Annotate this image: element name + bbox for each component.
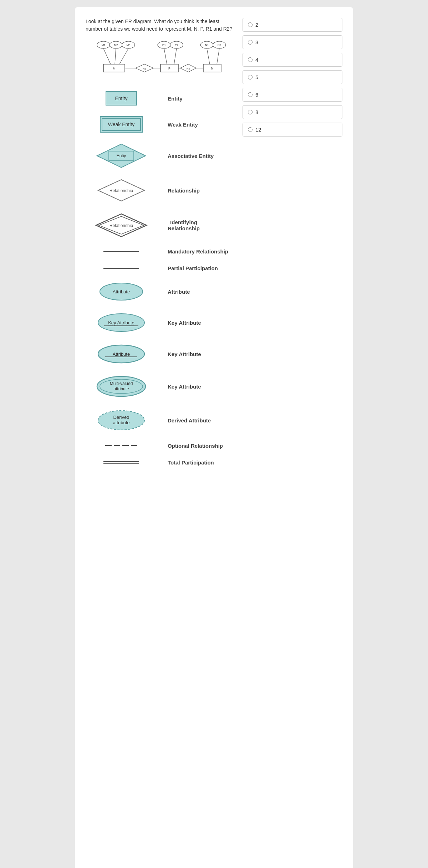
relationship-svg: Relationship xyxy=(96,179,146,202)
svg-text:attribute: attribute xyxy=(113,386,129,391)
key-attribute-svg: Key Attribute xyxy=(95,312,148,333)
option-4[interactable]: 4 xyxy=(243,53,342,67)
radio-5[interactable] xyxy=(248,75,253,79)
right-panel: 2 3 4 5 6 8 12 xyxy=(243,18,342,476)
total-label: Total Participation xyxy=(168,459,214,466)
svg-text:Relationship: Relationship xyxy=(109,188,133,193)
svg-text:P: P xyxy=(168,67,170,70)
option-2[interactable]: 2 xyxy=(243,18,342,32)
option-6-label: 6 xyxy=(255,92,258,98)
svg-text:Attribute: Attribute xyxy=(113,289,130,294)
svg-text:Derived: Derived xyxy=(113,415,129,420)
dash2 xyxy=(114,445,120,446)
legend-item-attribute: Attribute Attribute xyxy=(86,282,235,302)
key-attribute2-symbol: Attribute xyxy=(86,344,157,364)
derived-symbol: Derived attribute xyxy=(86,409,157,432)
identifying-relationship-symbol: Relationship xyxy=(86,213,157,238)
radio-4[interactable] xyxy=(248,57,253,62)
weak-entity-label: Weak Entity xyxy=(168,122,198,128)
page: Look at the given ER diagram. What do yo… xyxy=(75,7,353,868)
svg-line-6 xyxy=(103,48,111,64)
svg-text:M2: M2 xyxy=(114,43,118,47)
partial-line xyxy=(103,268,139,269)
legend-item-weak-entity: Weak Entity Weak Entity xyxy=(86,116,235,133)
svg-line-30 xyxy=(207,48,210,64)
total-symbol xyxy=(86,461,157,464)
weak-entity-symbol: Weak Entity xyxy=(86,116,157,133)
option-8[interactable]: 8 xyxy=(243,105,342,119)
relationship-symbol: Relationship xyxy=(86,179,157,202)
svg-text:M3: M3 xyxy=(126,43,131,47)
relationship-label: Relationship xyxy=(168,188,200,194)
option-3-label: 3 xyxy=(255,39,258,45)
identifying-relationship-svg: Relationship xyxy=(95,213,148,238)
legend-item-entity: Entity Entity xyxy=(86,91,235,106)
attribute-label: Attribute xyxy=(168,289,190,295)
legend-item-identifying-relationship: Relationship IdentifyingRelationship xyxy=(86,213,235,238)
dash3 xyxy=(122,445,129,446)
option-3[interactable]: 3 xyxy=(243,35,342,49)
svg-text:Multi-valued: Multi-valued xyxy=(109,381,133,386)
svg-line-7 xyxy=(115,48,116,64)
total-line-1 xyxy=(103,461,139,462)
svg-line-31 xyxy=(217,48,219,64)
attribute-symbol: Attribute xyxy=(86,282,157,302)
legend-item-optional: Optional Relationship xyxy=(86,443,235,449)
svg-text:N: N xyxy=(211,67,214,70)
svg-text:Entiy: Entiy xyxy=(117,153,126,158)
total-line-2 xyxy=(103,463,139,464)
key-attribute-label: Key Attribute xyxy=(168,320,201,326)
option-12-label: 12 xyxy=(255,127,261,133)
legend-item-mandatory: Mandatory Relationship xyxy=(86,248,235,255)
key-attribute-symbol: Key Attribute xyxy=(86,312,157,333)
svg-line-19 xyxy=(174,48,177,64)
derived-label: Derived Attribute xyxy=(168,417,211,423)
entity-label: Entity xyxy=(168,96,183,102)
radio-2[interactable] xyxy=(248,22,253,27)
legend-item-multi-valued: Multi-valued attribute Key Attribute xyxy=(86,375,235,398)
multi-valued-svg: Multi-valued attribute xyxy=(94,375,149,398)
option-8-label: 8 xyxy=(255,109,258,115)
derived-svg: Derived attribute xyxy=(95,409,148,432)
legend-item-partial: Partial Participation xyxy=(86,265,235,271)
svg-text:Attribute: Attribute xyxy=(113,351,130,357)
multi-valued-label: Key Attribute xyxy=(168,384,201,390)
option-2-label: 2 xyxy=(255,22,258,28)
optional-label: Optional Relationship xyxy=(168,443,223,449)
dash1 xyxy=(105,445,112,446)
multi-valued-symbol: Multi-valued attribute xyxy=(86,375,157,398)
weak-entity-inner: Weak Entity xyxy=(102,118,141,131)
option-5-label: 5 xyxy=(255,74,258,80)
legend-section: Entity Entity Weak Entity Weak Entity xyxy=(86,91,235,466)
radio-3[interactable] xyxy=(248,40,253,45)
svg-text:N1: N1 xyxy=(205,43,209,47)
option-12[interactable]: 12 xyxy=(243,123,342,137)
radio-8[interactable] xyxy=(248,110,253,114)
key-attribute2-svg: Attribute xyxy=(95,344,148,364)
left-panel: Look at the given ER diagram. What do yo… xyxy=(86,18,235,476)
svg-line-18 xyxy=(164,48,167,64)
mandatory-label: Mandatory Relationship xyxy=(168,248,228,255)
mandatory-symbol xyxy=(86,251,157,252)
option-4-label: 4 xyxy=(255,57,258,63)
option-6[interactable]: 6 xyxy=(243,88,342,102)
attribute-svg: Attribute xyxy=(96,282,146,302)
question-text: Look at the given ER diagram. What do yo… xyxy=(86,18,235,33)
mandatory-line xyxy=(103,251,139,252)
entity-box: Entity xyxy=(106,91,137,106)
partial-label: Partial Participation xyxy=(168,265,218,271)
weak-entity-outer: Weak Entity xyxy=(100,116,143,133)
identifying-relationship-label: IdentifyingRelationship xyxy=(168,219,200,231)
total-line xyxy=(103,461,139,464)
radio-6[interactable] xyxy=(248,92,253,97)
svg-text:R2: R2 xyxy=(187,67,190,70)
legend-item-key-attribute: Key Attribute Key Attribute xyxy=(86,312,235,333)
svg-text:P2: P2 xyxy=(175,43,178,47)
dash4 xyxy=(131,445,137,446)
radio-12[interactable] xyxy=(248,127,253,132)
svg-text:Relationship: Relationship xyxy=(109,223,133,228)
associative-entity-symbol: Entiy xyxy=(86,143,157,168)
svg-line-8 xyxy=(119,48,128,64)
option-5[interactable]: 5 xyxy=(243,70,342,84)
legend-item-total: Total Participation xyxy=(86,459,235,466)
